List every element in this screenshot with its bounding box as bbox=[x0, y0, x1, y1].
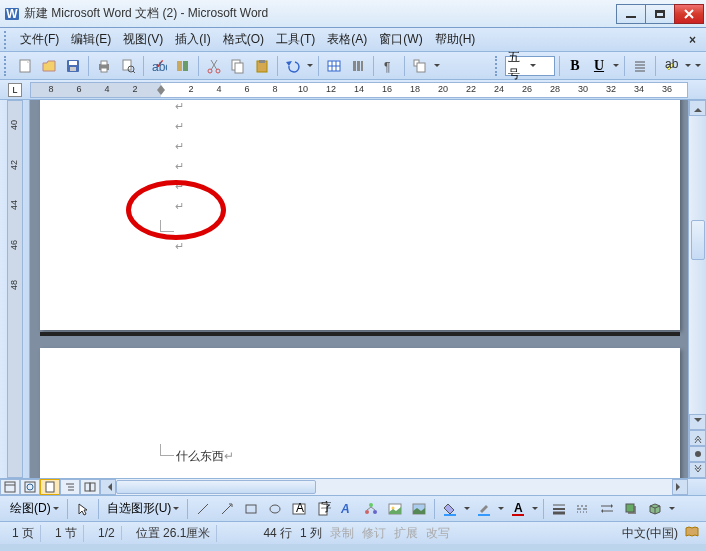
prev-page-button[interactable] bbox=[689, 430, 706, 446]
browse-object-button[interactable] bbox=[689, 446, 706, 462]
draw-menu[interactable]: 绘图(D) bbox=[6, 498, 63, 519]
status-book-icon[interactable] bbox=[684, 525, 700, 542]
print-preview-icon[interactable] bbox=[117, 55, 139, 77]
menu-window[interactable]: 窗口(W) bbox=[373, 29, 428, 50]
clipart-icon[interactable] bbox=[384, 498, 406, 520]
menu-help[interactable]: 帮助(H) bbox=[429, 29, 482, 50]
status-rev[interactable]: 修订 bbox=[362, 525, 386, 542]
vertical-scrollbar[interactable] bbox=[688, 100, 706, 478]
menu-edit[interactable]: 编辑(E) bbox=[65, 29, 117, 50]
bold-button[interactable]: B bbox=[564, 55, 586, 77]
3d-icon[interactable] bbox=[644, 498, 666, 520]
scroll-thumb[interactable] bbox=[691, 220, 705, 260]
status-ovr[interactable]: 改写 bbox=[426, 525, 450, 542]
dash-style-icon[interactable] bbox=[572, 498, 594, 520]
format-toolbar-grip[interactable] bbox=[495, 56, 501, 76]
line-style-icon[interactable] bbox=[548, 498, 570, 520]
textbox-icon[interactable]: A bbox=[288, 498, 310, 520]
menu-tools[interactable]: 工具(T) bbox=[270, 29, 321, 50]
svg-rect-50 bbox=[246, 505, 256, 513]
arrow-icon[interactable] bbox=[216, 498, 238, 520]
wordart-icon[interactable]: A bbox=[336, 498, 358, 520]
svg-rect-78 bbox=[626, 504, 634, 512]
print-layout-view-button[interactable] bbox=[40, 479, 60, 495]
print-icon[interactable] bbox=[93, 55, 115, 77]
align-justify-icon[interactable] bbox=[629, 55, 651, 77]
highlight-icon[interactable]: ab bbox=[660, 55, 682, 77]
maximize-button[interactable] bbox=[645, 4, 675, 24]
undo-icon[interactable] bbox=[282, 55, 304, 77]
paste-icon[interactable] bbox=[251, 55, 273, 77]
cut-icon[interactable] bbox=[203, 55, 225, 77]
fill-color-dropdown[interactable] bbox=[463, 504, 471, 513]
toolbar-grip[interactable] bbox=[4, 56, 10, 76]
scroll-down-button[interactable] bbox=[689, 414, 706, 430]
line-icon[interactable] bbox=[192, 498, 214, 520]
drawbar-overflow[interactable] bbox=[668, 504, 676, 513]
svg-text:W: W bbox=[6, 7, 18, 21]
normal-view-button[interactable] bbox=[0, 479, 20, 495]
document-canvas[interactable]: ↵ ↵ ↵ ↵ ↵ ↵ ↵ 什么东西↵ bbox=[30, 100, 688, 478]
scroll-up-button[interactable] bbox=[689, 100, 706, 116]
menu-file[interactable]: 文件(F) bbox=[14, 29, 65, 50]
underline-button[interactable]: U bbox=[588, 55, 610, 77]
font-color-dropdown[interactable] bbox=[531, 504, 539, 513]
outline-view-button[interactable] bbox=[60, 479, 80, 495]
scroll-right-button[interactable] bbox=[672, 479, 688, 495]
status-page: 1 页 bbox=[6, 525, 41, 542]
zoom-icon[interactable] bbox=[409, 55, 431, 77]
fill-color-icon[interactable] bbox=[439, 498, 461, 520]
show-marks-icon[interactable]: ¶ bbox=[378, 55, 400, 77]
footer-text[interactable]: 什么东西↵ bbox=[176, 448, 234, 465]
font-color-icon[interactable]: A bbox=[507, 498, 529, 520]
new-doc-icon[interactable] bbox=[14, 55, 36, 77]
underline-dropdown[interactable] bbox=[612, 61, 620, 70]
status-rec[interactable]: 录制 bbox=[330, 525, 354, 542]
picture-icon[interactable] bbox=[408, 498, 430, 520]
line-color-dropdown[interactable] bbox=[497, 504, 505, 513]
format-toolbar-overflow[interactable] bbox=[694, 61, 702, 70]
autoshapes-menu[interactable]: 自选图形(U) bbox=[103, 498, 184, 519]
horizontal-scrollbar[interactable] bbox=[100, 479, 688, 495]
menu-view[interactable]: 视图(V) bbox=[117, 29, 169, 50]
scroll-left-button[interactable] bbox=[100, 479, 116, 495]
horizontal-ruler[interactable]: 864224681012141618202224262830323436 bbox=[30, 82, 688, 98]
insert-table-icon[interactable] bbox=[323, 55, 345, 77]
vertical-textbox-icon[interactable]: 字 bbox=[312, 498, 334, 520]
status-ext[interactable]: 扩展 bbox=[394, 525, 418, 542]
close-button[interactable] bbox=[674, 4, 704, 24]
line-color-icon[interactable] bbox=[473, 498, 495, 520]
tab-selector[interactable]: L bbox=[0, 81, 30, 99]
menu-format[interactable]: 格式(O) bbox=[217, 29, 270, 50]
select-objects-icon[interactable] bbox=[72, 498, 94, 520]
oval-icon[interactable] bbox=[264, 498, 286, 520]
copy-icon[interactable] bbox=[227, 55, 249, 77]
menu-insert[interactable]: 插入(I) bbox=[169, 29, 216, 50]
font-size-select[interactable]: 五号 bbox=[505, 56, 555, 76]
status-lang[interactable]: 中文(中国) bbox=[622, 525, 678, 542]
toolbar-overflow[interactable] bbox=[433, 61, 441, 70]
shadow-icon[interactable] bbox=[620, 498, 642, 520]
highlight-dropdown[interactable] bbox=[684, 61, 692, 70]
minimize-button[interactable] bbox=[616, 4, 646, 24]
undo-dropdown[interactable] bbox=[306, 61, 314, 70]
menubar-grip[interactable] bbox=[4, 31, 10, 49]
vertical-ruler[interactable]: 4042444648 bbox=[0, 100, 30, 478]
hscroll-thumb[interactable] bbox=[116, 480, 316, 494]
next-page-button[interactable] bbox=[689, 462, 706, 478]
arrow-style-icon[interactable] bbox=[596, 498, 618, 520]
rectangle-icon[interactable] bbox=[240, 498, 262, 520]
doc-close-button[interactable]: × bbox=[683, 33, 702, 47]
columns-icon[interactable] bbox=[347, 55, 369, 77]
diagram-icon[interactable] bbox=[360, 498, 382, 520]
spellcheck-icon[interactable]: ✓abc bbox=[148, 55, 170, 77]
titlebar: W 新建 Microsoft Word 文档 (2) - Microsoft W… bbox=[0, 0, 706, 28]
menu-table[interactable]: 表格(A) bbox=[321, 29, 373, 50]
open-icon[interactable] bbox=[38, 55, 60, 77]
web-view-button[interactable] bbox=[20, 479, 40, 495]
horizontal-ruler-row: L 864224681012141618202224262830323436 bbox=[0, 80, 706, 100]
save-icon[interactable] bbox=[62, 55, 84, 77]
research-icon[interactable] bbox=[172, 55, 194, 77]
page-2[interactable]: 什么东西↵ bbox=[40, 348, 680, 478]
reading-view-button[interactable] bbox=[80, 479, 100, 495]
